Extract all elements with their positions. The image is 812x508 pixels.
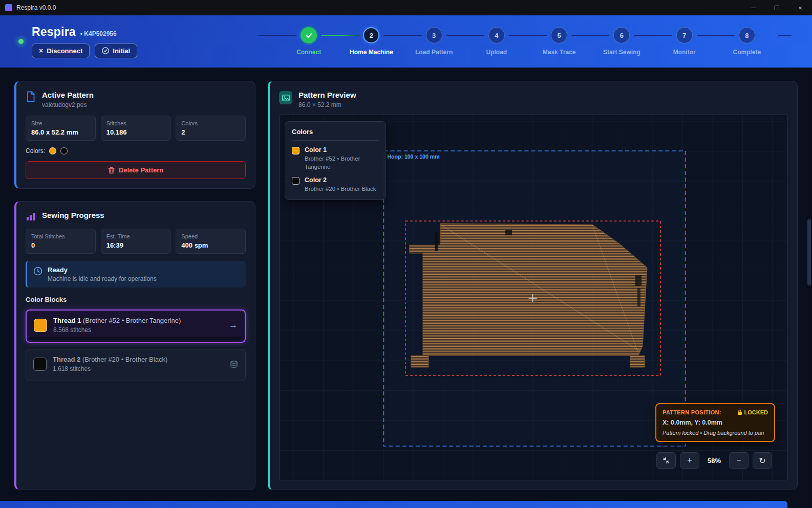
vertical-scrollbar[interactable] <box>807 68 811 508</box>
thread-block-1[interactable]: Thread 1 (Brother #52 • Brother Tangerin… <box>26 310 246 343</box>
legend-item-color-1: Color 1 Brother #52 • Brother Tangerine <box>292 146 379 171</box>
pattern-position-box: PATTERN POSITION: LOCKED X: 0.0mm, Y: 0.… <box>655 403 775 442</box>
locked-badge: LOCKED <box>737 409 768 415</box>
trash-icon <box>108 167 115 174</box>
black-thread-mark <box>435 232 438 251</box>
lock-icon <box>737 409 742 415</box>
step-upload[interactable]: 4 Upload <box>465 27 528 56</box>
step-number: 8 <box>739 27 755 43</box>
step-complete[interactable]: 8 Complete <box>716 27 778 56</box>
thread-progress-bar <box>30 337 242 340</box>
window-controls: × <box>741 0 812 15</box>
zoom-in-button[interactable]: + <box>680 452 699 469</box>
step-number: 4 <box>488 27 505 43</box>
step-number: 7 <box>676 27 693 43</box>
maximize-button[interactable] <box>765 0 788 15</box>
stepper-right-stub <box>778 35 792 36</box>
reset-view-button[interactable]: ↻ <box>753 452 772 469</box>
stat-est-time: Est. Time 16:39 <box>101 229 171 254</box>
fit-view-button[interactable] <box>656 452 676 469</box>
disconnect-icon: × <box>39 47 43 54</box>
step-number: 6 <box>613 27 630 43</box>
pattern-filename: valetudogv2.pes <box>42 101 94 108</box>
hoop-label: Hoop: 100 x 100 mm <box>387 153 439 160</box>
window-title: Respira v0.0.0 <box>16 4 56 11</box>
minimize-icon <box>751 8 756 8</box>
connection-status-dot <box>18 39 24 44</box>
step-mask-trace[interactable]: 5 Mask Trace <box>528 27 590 56</box>
preview-canvas[interactable]: Hoop: 100 x 100 mm <box>279 115 788 480</box>
machine-serial: • K4P502956 <box>80 30 117 37</box>
thread-detail: (Brother #20 • Brother Black) <box>82 356 167 363</box>
position-title: PATTERN POSITION: <box>663 409 721 415</box>
scrollbar-thumb[interactable] <box>807 219 811 285</box>
status-title: Ready <box>48 266 157 274</box>
thread-name: Thread 2 <box>53 356 80 363</box>
plus-icon: + <box>687 456 692 465</box>
thread-block-2[interactable]: Thread 2 (Brother #20 • Brother Black) 1… <box>26 349 246 381</box>
legend-swatch-2 <box>292 177 300 185</box>
step-number: 5 <box>551 27 567 43</box>
step-start-sewing[interactable]: 6 Start Sewing <box>590 27 653 56</box>
close-button[interactable]: × <box>788 0 812 15</box>
active-pattern-panel: Active Pattern valetudogv2.pes Size 86.0… <box>14 81 255 189</box>
stat-size: Size 86.0 x 52.2 mm <box>26 116 96 141</box>
legend-item-color-2: Color 2 Brother #20 • Brother Black <box>292 176 379 193</box>
thread-stitch-count: 8.568 stitches <box>53 326 223 334</box>
zoom-out-button[interactable]: − <box>729 452 749 469</box>
clock-icon <box>33 267 42 276</box>
pattern-stats: Size 86.0 x 52.2 mm Stitches 10.186 Colo… <box>26 116 246 141</box>
step-load-pattern[interactable]: 3 Load Pattern <box>403 27 465 56</box>
left-sidebar: Active Pattern valetudogv2.pes Size 86.0… <box>14 81 255 490</box>
thread-stitch-count: 1.618 stitches <box>53 365 224 372</box>
pattern-dimensions: 86.0 × 52.2 mm <box>298 101 356 108</box>
position-hint: Pattern locked • Drag background to pan <box>663 430 768 436</box>
colors-legend: Colors Color 1 Brother #52 • Brother Tan… <box>285 121 386 200</box>
step-label: Complete <box>716 49 778 56</box>
workflow-stepper: Connect 2 Home Machine 3 Load Pattern 4 … <box>264 27 792 56</box>
app-name: Respira <box>32 25 76 39</box>
sewing-progress-panel: Sewing Progress Total Stitches 0 Est. Ti… <box>14 201 255 490</box>
app-icon <box>5 4 12 11</box>
sewing-stats: Total Stitches 0 Est. Time 16:39 Speed 4… <box>26 229 246 254</box>
step-label: Upload <box>465 49 528 56</box>
legend-title: Colors <box>292 128 379 141</box>
pattern-preview-panel: Pattern Preview 86.0 × 52.2 mm Hoop: 100… <box>268 81 798 490</box>
check-circle-icon <box>102 47 109 54</box>
step-number: 3 <box>426 27 442 43</box>
initial-button[interactable]: Initial <box>95 43 137 58</box>
footer-accent-bar <box>0 501 787 508</box>
disconnect-button[interactable]: × Disconnect <box>32 43 90 58</box>
legend-swatch-1 <box>292 147 300 154</box>
image-icon <box>279 91 292 104</box>
step-label: Home Machine <box>340 49 402 56</box>
step-monitor[interactable]: 7 Monitor <box>653 27 716 56</box>
preview-column: Pattern Preview 86.0 × 52.2 mm Hoop: 100… <box>268 81 798 490</box>
color-dot-2 <box>60 147 68 154</box>
step-label: Mask Trace <box>528 49 590 56</box>
thread-2-swatch <box>33 358 47 371</box>
stat-stitches: Stitches 10.186 <box>101 116 171 141</box>
bar-chart-icon <box>26 211 36 222</box>
window-titlebar: Respira v0.0.0 × <box>0 0 812 15</box>
maximize-icon <box>775 6 779 10</box>
step-number: 2 <box>363 27 379 43</box>
stat-colors: Colors 2 <box>176 116 246 141</box>
step-home-machine[interactable]: 2 Home Machine <box>340 27 402 56</box>
connection-block: Respira • K4P502956 × Disconnect Initial <box>18 25 218 58</box>
file-icon <box>26 91 36 102</box>
delete-pattern-button[interactable]: Delete Pattern <box>26 161 246 179</box>
machine-status-box: Ready Machine is idle and ready for oper… <box>26 261 246 288</box>
zoom-level: 58% <box>703 457 725 465</box>
step-connect[interactable]: Connect <box>277 27 340 56</box>
thread-name: Thread 1 <box>53 317 81 324</box>
thread-detail: (Brother #52 • Brother Tangerine) <box>83 317 181 324</box>
minimize-button[interactable] <box>741 0 765 15</box>
layers-icon <box>230 360 238 368</box>
close-icon: × <box>798 4 802 12</box>
panel-title: Active Pattern <box>42 91 94 99</box>
color-blocks-label: Color Blocks <box>26 296 246 303</box>
status-description: Machine is idle and ready for operations <box>48 275 157 282</box>
panel-title: Sewing Progress <box>42 211 104 219</box>
step-label: Start Sewing <box>590 49 653 56</box>
